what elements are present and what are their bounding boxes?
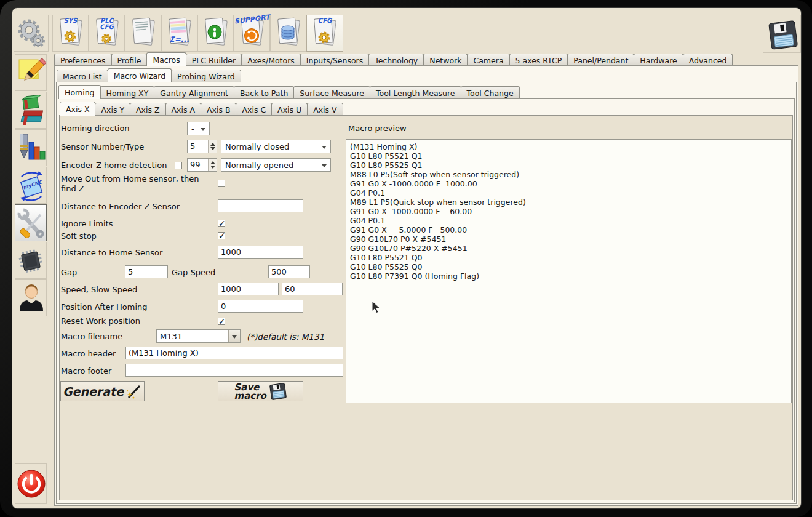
tab-tool-change[interactable]: Tool Change — [461, 86, 520, 98]
toolbar-plc-config-button[interactable]: PLC CFG — [89, 15, 125, 52]
spin-up-icon — [210, 143, 215, 146]
sidebar-hardware-button[interactable] — [15, 242, 47, 279]
sidebar-mycnc-update-button[interactable]: myCNC — [15, 167, 47, 204]
position-after-label: Position After Homing — [61, 302, 148, 312]
tab-axis-u[interactable]: Axis U — [271, 103, 308, 115]
chevron-down-icon — [322, 164, 327, 167]
gap-input[interactable] — [125, 265, 168, 278]
sensor-number-value: 5 — [190, 142, 195, 151]
toolbar-cfg-config-button[interactable]: CFG — [306, 15, 343, 52]
save-macro-button[interactable]: Save macro — [218, 381, 303, 401]
sensor-number-spinbox[interactable]: 5 — [187, 140, 217, 153]
toolbar-system-settings-button[interactable] — [14, 15, 49, 52]
main-tab-bar: Preferences Profile Macros PLC Builder A… — [54, 52, 733, 66]
toolbar-formulas-button[interactable]: Σ=... — [161, 15, 197, 52]
encoder-z-spinbox[interactable]: 99 — [187, 158, 217, 172]
generate-button[interactable]: Generate — [60, 381, 145, 401]
chevron-down-icon — [322, 146, 327, 149]
sidebar-documentation-button[interactable] — [15, 92, 47, 129]
move-out-checkbox[interactable] — [218, 180, 225, 187]
soft-stop-label: Soft stop — [61, 231, 97, 241]
tab-panel-pendant[interactable]: Panel/Pendant — [567, 54, 634, 65]
tab-axis-a[interactable]: Axis A — [165, 103, 201, 115]
tab-technology[interactable]: Technology — [368, 54, 424, 65]
reset-work-checkbox[interactable] — [218, 318, 225, 325]
sidebar-power-button[interactable] — [15, 463, 47, 504]
toolbar-database-button[interactable] — [270, 15, 306, 52]
tab-homing-xy[interactable]: Homing XY — [100, 86, 155, 98]
axis-tab-bar: Axis X Axis Y Axis Z Axis A Axis B Axis … — [60, 101, 343, 116]
tab-macro-list[interactable]: Macro List — [57, 70, 108, 82]
tab-macro-wizard[interactable]: Macro Wizard — [108, 68, 172, 82]
tab-gantry-alignment[interactable]: Gantry Alignment — [154, 86, 234, 98]
homing-direction-label: Homing direction — [61, 124, 130, 134]
macro-preview-text[interactable]: (M131 Homing X) G10 L80 P5521 Q1 G10 L80… — [346, 139, 792, 403]
toolbar-text-documents-button[interactable] — [125, 15, 161, 52]
tab-back-to-path[interactable]: Back to Path — [234, 86, 294, 98]
slow-speed-input[interactable] — [282, 283, 343, 295]
document-gear-icon — [307, 15, 343, 51]
soft-stop-checkbox[interactable] — [218, 232, 225, 239]
gap-speed-input[interactable] — [268, 265, 310, 278]
tab-homing[interactable]: Homing — [58, 85, 101, 99]
toolbar-info-button[interactable] — [197, 15, 234, 52]
tab-profile[interactable]: Profile — [111, 54, 148, 65]
encoder-z-type-select[interactable]: Normally opened — [221, 158, 331, 172]
tab-probing-wizard[interactable]: Probing Wizard — [171, 70, 241, 82]
sidebar-user-button[interactable] — [15, 279, 47, 316]
speed-label: Speed, Slow Speed — [61, 285, 137, 295]
tab-plc-builder[interactable]: PLC Builder — [186, 54, 242, 65]
toolbar-save-session-button[interactable] — [763, 15, 801, 53]
position-after-input[interactable] — [218, 300, 303, 313]
macro-filename-note: (*)default is: M131 — [247, 332, 324, 342]
tab-camera[interactable]: Camera — [467, 54, 509, 65]
sidebar-settings-button[interactable] — [15, 204, 47, 241]
homing-direction-select[interactable]: - — [187, 122, 210, 135]
encoder-z-checkbox[interactable] — [175, 162, 182, 169]
combo-dropdown-button[interactable] — [228, 330, 240, 342]
tab-axis-c[interactable]: Axis C — [236, 103, 272, 115]
axis-x-panel: Homing direction - Sensor Number/Type 5 … — [59, 115, 793, 500]
distance-encoder-z-input[interactable] — [218, 199, 303, 212]
tab-surface-measure[interactable]: Surface Measure — [293, 86, 370, 98]
tab-axes-motors[interactable]: Axes/Motors — [241, 54, 301, 65]
toolbar-sys-config-button[interactable]: SYS — [52, 15, 89, 52]
main-window: SYS PLC CFG — [12, 8, 801, 508]
tab-preferences[interactable]: Preferences — [54, 54, 112, 65]
sensor-type-select[interactable]: Normally closed — [221, 140, 331, 153]
macro-footer-input[interactable] — [125, 364, 343, 377]
speed-input[interactable] — [218, 283, 279, 295]
sidebar-edit-notes-button[interactable] — [15, 54, 47, 91]
tab-hardware[interactable]: Hardware — [634, 54, 683, 65]
ignore-limits-checkbox[interactable] — [218, 220, 225, 227]
floppy-disk-icon — [269, 382, 287, 401]
macro-header-input[interactable] — [125, 347, 343, 359]
generate-button-label: Generate — [63, 385, 124, 398]
sensor-number-label: Sensor Number/Type — [61, 142, 144, 152]
document-formula-icon — [162, 15, 197, 51]
distance-home-input[interactable] — [218, 246, 303, 258]
spin-buttons[interactable] — [208, 140, 217, 153]
tab-inputs-sensors[interactable]: Inputs/Sensors — [300, 54, 369, 65]
tab-tool-length-measure[interactable]: Tool Length Measure — [370, 86, 461, 98]
sensor-type-value: Normally closed — [225, 142, 289, 151]
tab-network[interactable]: Network — [423, 54, 468, 65]
tab-axis-y[interactable]: Axis Y — [95, 103, 130, 115]
wrench-screwdriver-icon — [17, 207, 46, 239]
tab-5-axes-rtcp[interactable]: 5 axes RTCP — [509, 54, 568, 65]
macro-filename-combobox[interactable]: M131 — [156, 329, 241, 343]
tab-axis-b[interactable]: Axis B — [201, 103, 236, 115]
floppy-disk-icon — [766, 17, 799, 52]
tab-axis-x[interactable]: Axis X — [60, 102, 95, 116]
document-stack-icon — [89, 15, 124, 51]
tab-advanced[interactable]: Advanced — [683, 54, 733, 65]
homing-direction-value: - — [191, 124, 194, 134]
tab-axis-v[interactable]: Axis V — [307, 103, 343, 115]
toolbar-support-button[interactable]: SUPPORT — [234, 15, 270, 52]
application-window: SYS PLC CFG — [0, 0, 812, 517]
sidebar-tools-stats-button[interactable] — [15, 129, 47, 166]
tab-axis-z[interactable]: Axis Z — [130, 103, 165, 115]
spin-buttons[interactable] — [208, 159, 217, 171]
tab-macros[interactable]: Macros — [146, 52, 186, 66]
sticky-note-pencil-icon — [17, 58, 46, 89]
